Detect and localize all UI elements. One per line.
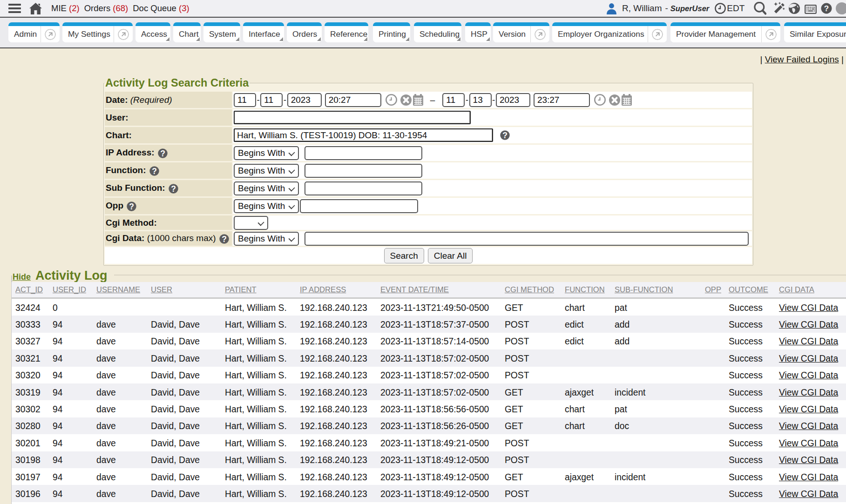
svg-text:?: ? bbox=[160, 149, 165, 158]
svg-text:?: ? bbox=[129, 202, 134, 211]
svg-text:?: ? bbox=[222, 235, 227, 244]
svg-text:?: ? bbox=[824, 4, 829, 13]
svg-text:?: ? bbox=[171, 184, 176, 194]
svg-text:?: ? bbox=[152, 167, 157, 176]
svg-text:?: ? bbox=[502, 131, 508, 140]
